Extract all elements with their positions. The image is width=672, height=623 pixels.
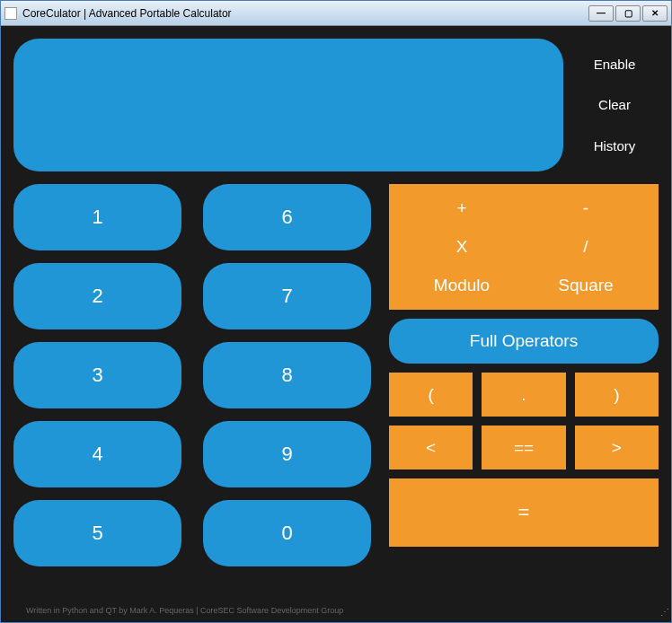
close-button[interactable]: ✕ [642, 5, 668, 22]
content-area: Enable Clear History 1 6 2 7 3 8 4 9 5 0… [1, 26, 671, 622]
less-than-button[interactable]: < [389, 426, 473, 469]
digit-7-button[interactable]: 7 [203, 263, 371, 329]
history-button[interactable]: History [570, 131, 659, 161]
minimize-button[interactable]: — [588, 5, 614, 22]
dot-button[interactable]: . [482, 373, 565, 417]
plus-button[interactable]: + [400, 189, 524, 228]
footer-credits: Written in Python and QT by Mark A. Pequ… [26, 606, 343, 615]
equals-compare-button[interactable]: == [482, 426, 565, 469]
digit-4-button[interactable]: 4 [13, 421, 181, 487]
divide-button[interactable]: / [524, 228, 648, 267]
resize-grip-icon[interactable]: ⋰ [659, 610, 669, 620]
equals-button[interactable]: = [389, 478, 659, 547]
window-controls: — ▢ ✕ [588, 5, 668, 22]
app-window: CoreCulator | Advanced Portable Calculat… [0, 0, 672, 623]
digit-1-button[interactable]: 1 [13, 184, 181, 250]
square-button[interactable]: Square [524, 266, 648, 304]
digit-6-button[interactable]: 6 [203, 184, 371, 250]
digit-3-button[interactable]: 3 [13, 342, 181, 408]
modulo-button[interactable]: Modulo [400, 266, 524, 304]
digit-8-button[interactable]: 8 [203, 342, 371, 408]
digit-0-button[interactable]: 0 [203, 500, 371, 566]
main-row: 1 6 2 7 3 8 4 9 5 0 + - X / Modulo Squar… [13, 184, 659, 566]
digit-9-button[interactable]: 9 [203, 421, 371, 487]
display-row: Enable Clear History [13, 39, 659, 171]
operators-column: + - X / Modulo Square Full Operators ( .… [389, 184, 659, 566]
digit-5-button[interactable]: 5 [13, 500, 181, 566]
enable-button[interactable]: Enable [570, 49, 659, 79]
numpad: 1 6 2 7 3 8 4 9 5 0 [13, 184, 371, 566]
display-side-buttons: Enable Clear History [570, 39, 659, 171]
full-operators-button[interactable]: Full Operators [389, 319, 659, 364]
window-title: CoreCulator | Advanced Portable Calculat… [22, 7, 588, 20]
operators-panel: + - X / Modulo Square [389, 184, 659, 310]
symbols-grid: ( . ) < == > [389, 373, 659, 469]
digit-2-button[interactable]: 2 [13, 263, 181, 329]
maximize-button[interactable]: ▢ [615, 5, 641, 22]
left-paren-button[interactable]: ( [389, 373, 473, 417]
calculator-display [13, 39, 563, 171]
right-paren-button[interactable]: ) [575, 373, 659, 417]
greater-than-button[interactable]: > [575, 426, 659, 469]
multiply-button[interactable]: X [400, 228, 524, 267]
clear-button[interactable]: Clear [570, 90, 659, 119]
titlebar: CoreCulator | Advanced Portable Calculat… [1, 1, 671, 26]
minus-button[interactable]: - [524, 189, 648, 228]
app-icon [4, 7, 17, 20]
